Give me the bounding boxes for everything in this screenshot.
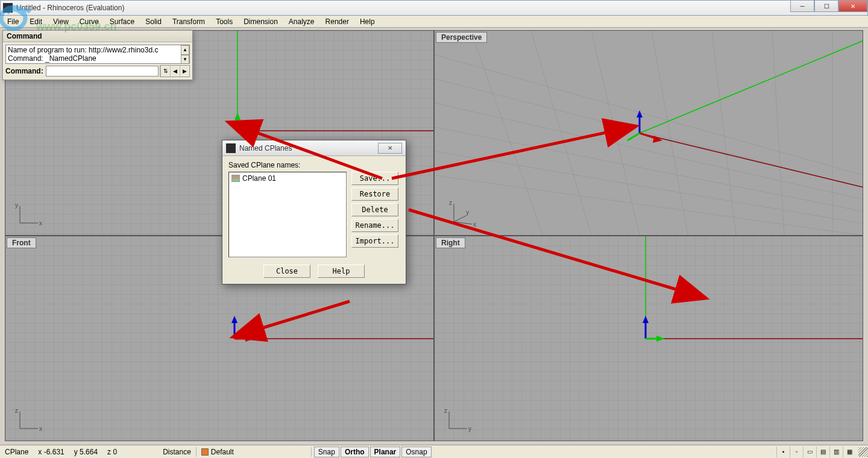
app-icon	[3, 3, 13, 13]
svg-line-30	[627, 133, 640, 140]
viewport-label-perspective[interactable]: Perspective	[436, 32, 487, 43]
save-button[interactable]: Save...	[351, 172, 398, 185]
history-scroll-up-icon[interactable]: ▲	[181, 45, 189, 55]
svg-line-22	[772, 31, 784, 235]
svg-line-25	[640, 133, 863, 187]
svg-line-24	[640, 40, 863, 133]
input-spinner-icon[interactable]: ⇅	[160, 66, 170, 77]
dialog-section-label: Saved CPlane names:	[228, 161, 400, 169]
svg-text:y: y	[15, 202, 18, 209]
menu-surface[interactable]: Surface	[105, 16, 139, 27]
history-scroll-down-icon[interactable]: ▼	[181, 55, 189, 64]
pane-icon[interactable]: ▪	[776, 447, 790, 457]
history-prev-icon[interactable]: ◀	[170, 66, 180, 77]
pane-icon[interactable]: ▦	[843, 447, 856, 457]
dialog-title-text: Named CPlanes	[239, 144, 292, 152]
svg-marker-39	[231, 316, 237, 323]
menu-tools[interactable]: Tools	[211, 16, 237, 27]
status-pane-icons: ▪ ▫ ▭ ▤ ▥ ▦	[776, 447, 856, 457]
toggle-snap[interactable]: Snap	[314, 447, 339, 457]
menu-edit[interactable]: Edit	[25, 16, 47, 27]
svg-text:z: z	[15, 408, 18, 414]
command-panel-title[interactable]: Command	[3, 31, 192, 42]
menu-dimension[interactable]: Dimension	[239, 16, 283, 27]
toggle-planar[interactable]: Planar	[370, 447, 401, 457]
menu-analyze[interactable]: Analyze	[284, 16, 319, 27]
pane-icon[interactable]: ▭	[803, 447, 816, 457]
viewport-container: x y Perspec	[5, 30, 863, 441]
dialog-app-icon	[226, 143, 236, 153]
menu-view[interactable]: View	[48, 16, 74, 27]
pane-icon[interactable]: ▫	[790, 447, 803, 457]
viewport-label-front[interactable]: Front	[7, 237, 36, 248]
delete-button[interactable]: Delete	[351, 203, 398, 216]
svg-text:y: y	[466, 209, 469, 216]
pane-icon[interactable]: ▥	[829, 447, 843, 457]
status-distance: Distance	[158, 445, 196, 458]
status-y: y 5.664	[69, 445, 102, 458]
pane-icon[interactable]: ▤	[816, 447, 829, 457]
svg-text:x: x	[473, 221, 476, 228]
viewport-perspective[interactable]: Perspective x z y	[434, 30, 863, 236]
list-item[interactable]: CPlane 01	[230, 174, 345, 183]
window-titlebar: Untitled - Rhinoceros (Evaluation) ─ ☐ ✕	[0, 0, 868, 16]
cplane-listbox[interactable]: CPlane 01	[228, 172, 347, 257]
status-cplane: CPlane	[0, 445, 33, 458]
command-history-line: Name of program to run: http://www2.rhin…	[8, 46, 187, 54]
menu-solid[interactable]: Solid	[140, 16, 166, 27]
viewport-label-right[interactable]: Right	[436, 237, 465, 248]
svg-line-35	[454, 216, 466, 222]
menu-render[interactable]: Render	[321, 16, 354, 27]
svg-text:z: z	[444, 408, 447, 414]
svg-line-18	[531, 31, 591, 235]
svg-line-31	[454, 222, 472, 224]
svg-text:y: y	[468, 425, 471, 432]
command-history-line: Command: _NamedCPlane	[8, 54, 187, 63]
svg-line-13	[435, 103, 863, 199]
svg-marker-51	[656, 336, 665, 342]
menu-help[interactable]: Help	[355, 16, 380, 27]
minimize-button[interactable]: ─	[790, 0, 814, 12]
resize-grip-icon[interactable]	[858, 447, 868, 457]
menu-transform[interactable]: Transform	[168, 16, 210, 27]
menu-curve[interactable]: Curve	[75, 16, 104, 27]
command-panel[interactable]: Command Name of program to run: http://w…	[2, 30, 193, 80]
svg-marker-4	[234, 113, 241, 120]
layer-swatch-icon	[201, 448, 209, 456]
window-title: Untitled - Rhinoceros (Evaluation)	[16, 4, 124, 12]
svg-line-16	[435, 175, 863, 235]
svg-marker-49	[643, 316, 649, 323]
cplane-thumb-icon	[231, 175, 240, 182]
svg-marker-6	[248, 128, 256, 134]
close-button[interactable]: ✕	[838, 0, 867, 12]
dialog-titlebar[interactable]: Named CPlanes ✕	[222, 140, 406, 156]
svg-line-19	[591, 31, 640, 235]
dialog-help-button[interactable]: Help	[318, 265, 365, 278]
dialog-close-button[interactable]: ✕	[378, 143, 402, 154]
svg-text:z: z	[449, 199, 452, 206]
history-next-icon[interactable]: ▶	[180, 66, 189, 77]
command-input[interactable]	[46, 66, 159, 77]
status-layer[interactable]: Default	[197, 445, 239, 458]
status-bar: CPlane x -6.631 y 5.664 z 0 Distance Def…	[0, 445, 868, 458]
dialog-close-action-button[interactable]: Close	[263, 265, 310, 278]
toggle-osnap[interactable]: Osnap	[401, 447, 431, 457]
cplane-item-label: CPlane 01	[242, 174, 276, 183]
menubar: File Edit View Curve Surface Solid Trans…	[0, 16, 868, 28]
svg-line-20	[652, 31, 688, 235]
rename-button[interactable]: Rename...	[351, 219, 398, 232]
svg-text:x: x	[39, 425, 42, 432]
named-cplanes-dialog[interactable]: Named CPlanes ✕ Saved CPlane names: CPla…	[222, 140, 406, 284]
svg-marker-41	[245, 336, 254, 342]
toggle-ortho[interactable]: Ortho	[341, 447, 369, 457]
restore-button[interactable]: Restore	[351, 187, 398, 201]
svg-line-11	[435, 55, 863, 175]
menu-file[interactable]: File	[2, 16, 24, 27]
viewport-right[interactable]: Right y z	[434, 236, 863, 441]
svg-marker-29	[653, 136, 662, 143]
command-history[interactable]: Name of program to run: http://www2.rhin…	[5, 45, 190, 64]
svg-line-14	[435, 127, 863, 212]
maximize-button[interactable]: ☐	[814, 0, 838, 12]
svg-marker-27	[637, 110, 643, 118]
import-button[interactable]: Import...	[351, 234, 398, 248]
